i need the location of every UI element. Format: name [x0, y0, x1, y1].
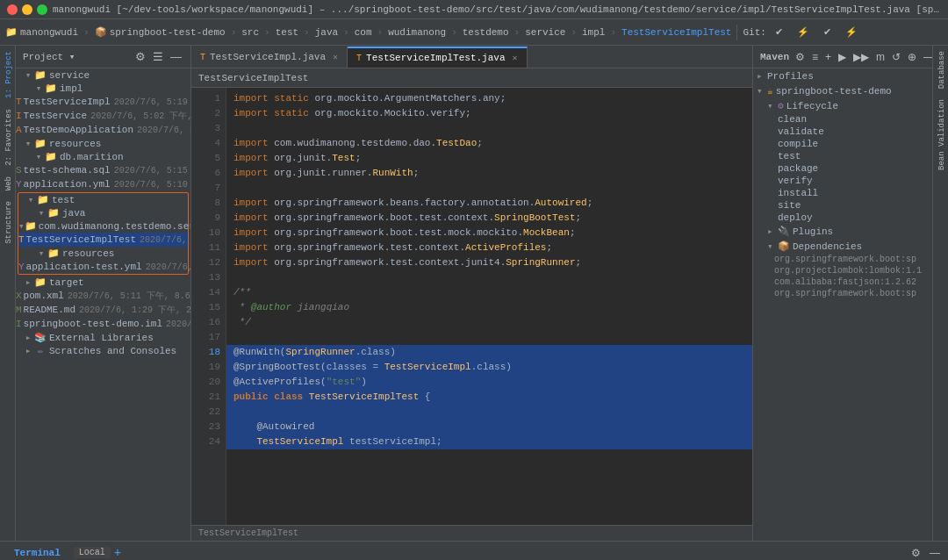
- lifecycle-test[interactable]: test: [753, 150, 932, 162]
- git-checkmark2-btn[interactable]: ✔: [818, 23, 837, 42]
- vtab-web[interactable]: Web: [0, 171, 15, 196]
- expand-icon: ▾: [33, 83, 44, 94]
- vtab-database[interactable]: Database: [933, 46, 948, 94]
- breadcrumb-java[interactable]: java: [315, 27, 338, 38]
- breadcrumb-impl[interactable]: impl: [582, 27, 605, 38]
- breadcrumb-test[interactable]: test: [276, 27, 298, 38]
- breadcrumb-repo[interactable]: springboot-test-demo: [110, 27, 226, 38]
- tree-item[interactable]: ▾ 📁 test: [18, 193, 188, 206]
- plugins-section[interactable]: ▸ 🔌 Plugins: [753, 224, 932, 239]
- maven-m-btn[interactable]: m: [873, 50, 887, 64]
- dependencies-section[interactable]: ▾ 📦 Dependencies: [753, 239, 932, 254]
- maven-run-btn[interactable]: ▶: [836, 50, 849, 64]
- breadcrumb-service[interactable]: service: [525, 27, 565, 38]
- lifecycle-verify[interactable]: verify: [753, 175, 932, 187]
- vtab-favorites[interactable]: 2: Favorites: [0, 104, 15, 171]
- dep-item-0[interactable]: org.springframework.boot:sp: [753, 254, 932, 265]
- maven-expand-btn[interactable]: ⊕: [905, 50, 919, 64]
- tree-item[interactable]: Y application-test.yml 2020/7/6, 1:35 下午…: [18, 260, 188, 274]
- dep-item-1[interactable]: org.projectlombok:lombok:1.1: [753, 265, 932, 276]
- lifecycle-site[interactable]: site: [753, 199, 932, 212]
- tree-item[interactable]: ▸ 📁 target: [16, 276, 190, 289]
- tree-item[interactable]: ▾ 📁 db.marition: [16, 150, 190, 163]
- lifecycle-deploy[interactable]: deploy: [753, 212, 932, 224]
- tree-item[interactable]: X pom.xml 2020/7/6, 5:11 下午, 8.69 kB: [16, 289, 190, 303]
- git-lightning-btn[interactable]: ⚡: [792, 23, 815, 42]
- expand-icon: ▾: [33, 151, 44, 162]
- dep-item-2[interactable]: com.alibaba:fastjson:1.2.62: [753, 276, 932, 288]
- git-checkmark-btn[interactable]: ✔: [770, 23, 788, 42]
- editor-tab-1[interactable]: T TestServiceImplTest.java ✕: [348, 47, 527, 68]
- project-panel-header: Project ▾ ⚙ ☰ —: [16, 46, 190, 68]
- maven-menu-btn[interactable]: ≡: [809, 50, 821, 64]
- maven-project-label: springboot-test-demo: [776, 86, 892, 97]
- vtab-project[interactable]: 1: Project: [0, 46, 15, 104]
- tab-close-0[interactable]: ✕: [333, 52, 338, 62]
- dep-item-3[interactable]: org.springframework.boot:sp: [753, 288, 932, 299]
- tab-close-1[interactable]: ✕: [513, 53, 518, 63]
- breadcrumb-class[interactable]: TestServiceImplTest: [621, 27, 731, 38]
- git-lightning2-btn[interactable]: ⚡: [840, 23, 863, 42]
- project-section[interactable]: ▾ ☕ springboot-test-demo: [753, 83, 932, 98]
- highlighted-test-section: ▾ 📁 test ▾ 📁 java ▾ 📁 com.wudimanong.tes…: [18, 192, 189, 275]
- tree-item[interactable]: ▾ 📁 service: [16, 68, 190, 82]
- terminal-settings-btn[interactable]: ⚙: [908, 546, 923, 560]
- tree-item[interactable]: ▾ 📁 resources: [16, 137, 190, 150]
- tree-item[interactable]: ▾ 📁 impl: [16, 82, 190, 95]
- editor-tab-0[interactable]: T TestServiceImpl.java ✕: [191, 47, 348, 68]
- maven-add-btn[interactable]: +: [822, 50, 834, 64]
- tree-item[interactable]: ▾ 📁 java: [18, 206, 188, 219]
- lifecycle-compile[interactable]: compile: [753, 138, 932, 150]
- repo-breadcrumb[interactable]: 📦 springboot-test-demo: [95, 26, 226, 38]
- project-title: Project ▾: [23, 51, 130, 62]
- local-tab[interactable]: Local: [74, 547, 111, 558]
- maven-settings-btn[interactable]: ⚙: [793, 50, 808, 64]
- tree-item[interactable]: I TestService 2020/7/6, 5:02 下午, 201 B: [16, 109, 190, 123]
- project-breadcrumb[interactable]: 📁 manongwudi: [5, 26, 78, 38]
- project-layout-btn[interactable]: ☰: [151, 50, 165, 63]
- minimize-button[interactable]: [22, 4, 32, 15]
- tree-item[interactable]: M README.md 2020/7/6, 1:29 下午, 221 B: [16, 303, 190, 317]
- arrow-icon: ▸: [757, 70, 767, 82]
- code-content[interactable]: import static org.mockito.ArgumentMatche…: [226, 88, 752, 525]
- tree-item[interactable]: A TestDemoApplication 2020/7/6, 1:34 下午,…: [16, 123, 190, 137]
- vtab-structure[interactable]: Structure: [0, 196, 15, 249]
- maven-skip-btn[interactable]: ▶▶: [851, 50, 872, 64]
- breadcrumb-wudimanong[interactable]: wudimanong: [388, 27, 446, 38]
- maximize-button[interactable]: [37, 4, 47, 15]
- tree-item[interactable]: ▸ 📚 External Libraries: [16, 331, 190, 344]
- maven-refresh-btn[interactable]: ↺: [889, 50, 903, 64]
- tree-item[interactable]: S test-schema.sql 2020/7/6, 5:15 下午, 117…: [16, 163, 190, 177]
- vtab-bean-validation[interactable]: Bean Validation: [933, 94, 948, 176]
- scratches-consoles-item[interactable]: ▸ ✏ Scratches and Consoles: [16, 344, 190, 357]
- project-settings-btn[interactable]: ⚙: [133, 50, 147, 63]
- tree-item-selected[interactable]: T TestServiceImplTest 2020/7/6, 5:36 下午,…: [18, 233, 188, 247]
- project-tree: ▾ 📁 service ▾ 📁 impl T TestServiceImpl 2…: [16, 68, 190, 541]
- arrow-icon: ▾: [767, 241, 778, 252]
- tree-item[interactable]: ▾ 📁 com.wudimanong.testdemo.service.impl: [18, 219, 188, 233]
- folder-icon: 📁: [44, 83, 58, 94]
- add-tab-btn[interactable]: +: [114, 546, 121, 560]
- maven-panel-header: Maven ⚙ ≡ + ▶ ▶▶ m ↺ ⊕ —: [753, 46, 932, 68]
- sql-file-icon: S: [16, 165, 22, 176]
- tree-item[interactable]: ▾ 📁 resources: [18, 247, 188, 260]
- lifecycle-package[interactable]: package: [753, 162, 932, 175]
- project-collapse-btn[interactable]: —: [169, 50, 183, 63]
- lifecycle-clean[interactable]: clean: [753, 113, 932, 126]
- tree-item[interactable]: T TestServiceImpl 2020/7/6, 5:19 下午, 505…: [16, 95, 190, 109]
- folder-icon: 📁: [25, 220, 37, 232]
- breadcrumb-project[interactable]: manongwudi: [20, 27, 78, 38]
- lifecycle-install[interactable]: install: [753, 187, 932, 199]
- terminal-close-btn[interactable]: —: [927, 546, 943, 560]
- expand-icon: ▾: [36, 207, 47, 219]
- tree-item[interactable]: I springboot-test-demo.iml 2020/7/6, 5:1…: [16, 317, 190, 331]
- profiles-section[interactable]: ▸ Profiles: [753, 68, 932, 83]
- close-button[interactable]: [7, 4, 18, 15]
- bottom-tab-terminal[interactable]: Terminal: [5, 542, 70, 561]
- tree-item[interactable]: Y application.yml 2020/7/6, 5:10 下午, 302…: [16, 177, 190, 191]
- breadcrumb-com[interactable]: com: [355, 27, 372, 38]
- breadcrumb-src[interactable]: src: [241, 27, 259, 38]
- lifecycle-validate[interactable]: validate: [753, 126, 932, 138]
- breadcrumb-testdemo[interactable]: testdemo: [463, 27, 509, 38]
- lifecycle-section[interactable]: ▾ ⚙ Lifecycle: [753, 98, 932, 113]
